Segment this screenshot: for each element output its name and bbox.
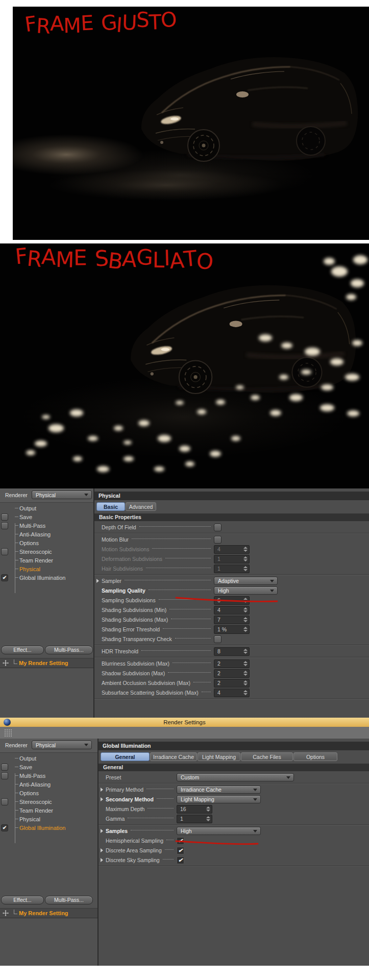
spinner-arrows-icon[interactable] bbox=[243, 627, 248, 632]
effect-button[interactable]: Effect... bbox=[1, 646, 44, 654]
dropdown-primary-method[interactable]: Irradiance Cache bbox=[177, 786, 261, 794]
spinner-arrows-icon[interactable] bbox=[243, 556, 248, 561]
number-field[interactable]: 1 bbox=[214, 565, 250, 573]
tab-irradiance-cache[interactable]: Irradiance Cache bbox=[150, 752, 197, 761]
spin-up-icon[interactable] bbox=[243, 690, 248, 692]
expand-arrow-icon[interactable] bbox=[101, 858, 103, 862]
spin-down-icon[interactable] bbox=[243, 664, 248, 666]
checkbox[interactable] bbox=[214, 635, 222, 643]
number-field[interactable]: 2 bbox=[214, 679, 250, 688]
spin-up-icon[interactable] bbox=[243, 617, 248, 619]
spinner-arrows-icon[interactable] bbox=[243, 598, 248, 603]
spin-down-icon[interactable] bbox=[243, 610, 248, 612]
spinner-arrows-icon[interactable] bbox=[243, 566, 248, 571]
tab-light-mapping[interactable]: Light Mapping bbox=[198, 752, 240, 761]
spinner-arrows-icon[interactable] bbox=[243, 661, 248, 666]
number-field[interactable]: 1 bbox=[214, 555, 250, 564]
sidebar-item-global-illumination[interactable]: ✔Global Illumination bbox=[0, 823, 96, 832]
effect-button[interactable]: Effect... bbox=[1, 896, 44, 904]
checkbox[interactable] bbox=[214, 524, 222, 531]
sidebar-item-stereoscopic[interactable]: Stereoscopic bbox=[0, 547, 92, 556]
spin-down-icon[interactable] bbox=[243, 569, 248, 571]
tab-advanced[interactable]: Advanced bbox=[126, 502, 156, 511]
spin-up-icon[interactable] bbox=[243, 649, 248, 651]
spin-down-icon[interactable] bbox=[243, 630, 248, 632]
spin-down-icon[interactable] bbox=[243, 674, 248, 676]
number-field[interactable]: 1 % bbox=[214, 625, 250, 634]
spinner-arrows-icon[interactable] bbox=[243, 690, 248, 695]
renderer-dropdown[interactable]: Physical bbox=[32, 491, 92, 499]
spin-up-icon[interactable] bbox=[206, 806, 210, 808]
spin-down-icon[interactable] bbox=[243, 559, 248, 561]
expand-arrow-icon[interactable] bbox=[101, 848, 103, 852]
spin-down-icon[interactable] bbox=[243, 601, 248, 603]
spin-down-icon[interactable] bbox=[243, 620, 248, 622]
sidebar-item-options[interactable]: Options bbox=[0, 538, 92, 547]
number-field[interactable]: 8 bbox=[214, 647, 250, 656]
sidebar-item-multi-pass[interactable]: Multi-Pass bbox=[0, 771, 96, 780]
tab-options[interactable]: Options bbox=[293, 752, 337, 761]
checked-checkbox[interactable]: ✔ bbox=[177, 856, 184, 864]
spinner-arrows-icon[interactable] bbox=[243, 607, 248, 612]
spinner-arrows-icon[interactable] bbox=[243, 547, 248, 552]
spin-down-icon[interactable] bbox=[243, 693, 248, 695]
number-field[interactable]: 2 bbox=[214, 669, 250, 678]
sidebar-item-stereoscopic[interactable]: Stereoscopic bbox=[0, 797, 96, 806]
spin-up-icon[interactable] bbox=[206, 816, 210, 818]
spin-up-icon[interactable] bbox=[243, 627, 248, 629]
spinner-arrows-icon[interactable] bbox=[243, 649, 248, 654]
sidebar-item-physical[interactable]: Physical bbox=[0, 565, 92, 573]
spin-up-icon[interactable] bbox=[243, 556, 248, 558]
dropdown-preset[interactable]: Custom bbox=[177, 773, 294, 781]
number-field[interactable]: 4 bbox=[214, 689, 250, 697]
number-field[interactable]: 4 bbox=[214, 606, 250, 615]
checkbox[interactable] bbox=[1, 772, 8, 779]
my-render-setting-item[interactable]: My Render Setting bbox=[0, 908, 97, 918]
sidebar-item-anti-aliasing[interactable]: Anti-Aliasing bbox=[0, 780, 96, 789]
checkbox[interactable] bbox=[1, 513, 8, 521]
sidebar-item-output[interactable]: Output bbox=[0, 504, 92, 512]
multi-pass-button[interactable]: Multi-Pass... bbox=[45, 646, 93, 654]
spinner-arrows-icon[interactable] bbox=[206, 806, 210, 812]
dropdown-sampler[interactable]: Adaptive bbox=[214, 577, 278, 585]
sidebar-item-options[interactable]: Options bbox=[0, 789, 96, 797]
sidebar-item-global-illumination[interactable]: ✔Global Illumination bbox=[0, 573, 92, 582]
sidebar-item-team-render[interactable]: Team Render bbox=[0, 806, 96, 815]
sidebar-item-physical[interactable]: Physical bbox=[0, 815, 96, 823]
expand-arrow-icon[interactable] bbox=[96, 579, 99, 583]
spinner-arrows-icon[interactable] bbox=[243, 617, 248, 622]
expand-arrow-icon[interactable] bbox=[101, 829, 103, 833]
spin-up-icon[interactable] bbox=[243, 607, 248, 609]
number-field[interactable]: 6 bbox=[214, 596, 250, 605]
checked-checkbox[interactable]: ✔ bbox=[1, 824, 8, 831]
sidebar-item-save[interactable]: Save bbox=[0, 763, 96, 771]
spin-down-icon[interactable] bbox=[206, 810, 210, 812]
spin-up-icon[interactable] bbox=[243, 680, 248, 682]
sidebar-item-anti-aliasing[interactable]: Anti-Aliasing bbox=[0, 530, 92, 538]
spinner-arrows-icon[interactable] bbox=[243, 671, 248, 676]
spinner-arrows-icon[interactable] bbox=[206, 816, 210, 821]
number-field[interactable]: 1 bbox=[177, 815, 212, 823]
expand-arrow-icon[interactable] bbox=[101, 788, 103, 792]
number-field[interactable]: 2 bbox=[214, 659, 250, 668]
renderer-dropdown[interactable]: Physical bbox=[32, 741, 92, 749]
checked-checkbox[interactable]: ✔ bbox=[1, 574, 8, 581]
spin-down-icon[interactable] bbox=[243, 550, 248, 552]
checkbox[interactable] bbox=[1, 764, 8, 771]
tab-general[interactable]: General bbox=[101, 752, 150, 761]
number-field[interactable]: 16 bbox=[177, 805, 212, 814]
spinner-arrows-icon[interactable] bbox=[243, 680, 248, 685]
spin-up-icon[interactable] bbox=[243, 598, 248, 600]
expand-arrow-icon[interactable] bbox=[101, 797, 103, 801]
sidebar-item-output[interactable]: Output bbox=[0, 754, 96, 763]
checkbox[interactable] bbox=[1, 798, 8, 805]
number-field[interactable]: 4 bbox=[214, 545, 250, 554]
dropdown-sampling-quality[interactable]: High bbox=[214, 586, 278, 595]
drag-grip-icon[interactable] bbox=[4, 729, 12, 737]
my-render-setting-item[interactable]: My Render Setting bbox=[0, 658, 93, 668]
checked-checkbox[interactable]: ✔ bbox=[177, 847, 184, 854]
spin-up-icon[interactable] bbox=[243, 661, 248, 663]
checked-checkbox[interactable]: ✔ bbox=[177, 837, 184, 845]
spin-down-icon[interactable] bbox=[206, 819, 210, 821]
spin-up-icon[interactable] bbox=[243, 671, 248, 673]
